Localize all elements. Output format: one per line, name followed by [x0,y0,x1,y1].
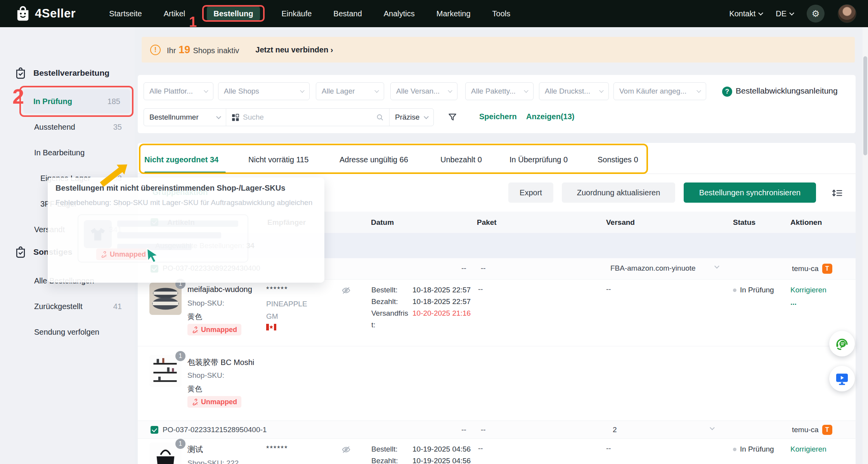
tab-nicht-zugeordnet[interactable]: Nicht zugeordnet 34 [144,148,218,172]
filters-panel: Alle Plattfor... Alle Shops Alle Lager A… [138,75,856,133]
tab-adresse-ungueltig[interactable]: Adresse ungültig 66 [340,148,408,172]
order-bag-icon [15,246,26,258]
product-image[interactable]: 1 [149,443,182,464]
col-versand: Versand [606,212,635,233]
grid-icon [232,114,239,121]
product-title[interactable]: 包装胶带 BC Moshi [187,357,254,368]
nav-marketing[interactable]: Marketing [437,9,471,18]
product-image[interactable]: 1 [149,355,182,387]
nav-bestand[interactable]: Bestand [333,9,362,18]
sidebar-item-in-bearbeitung[interactable]: In Bearbeitung [34,148,122,157]
unmapped-badge: Unmapped [187,396,241,408]
nav-einkaeufe[interactable]: Einkäufe [282,9,312,18]
product-title[interactable]: meifajiabc-wudong [187,285,252,294]
support-chat-button[interactable] [829,331,855,356]
sidebar-item-in-pruefung[interactable]: In Prüfung 185 [23,89,130,113]
reconnect-link[interactable]: Jetzt neu verbinden › [255,45,333,54]
headset-chat-icon [835,336,849,351]
status-badge: In Prüfung [733,286,774,294]
sidebar-section-bestellverarbeitung[interactable]: Bestellverarbeitung [15,67,109,79]
monitor-play-icon [835,371,849,386]
search-input[interactable] [243,113,372,122]
tab-in-ueberpruefung[interactable]: In Überprüfung 0 [509,148,568,172]
annotation-step-1: 1 [189,14,197,30]
status-dot [733,288,736,292]
sync-orders-button[interactable]: Bestellungen synchronisieren [684,182,816,203]
filter-versand-dropdown[interactable]: Alle Versan... [390,82,457,100]
sidebar-item-ausstehend[interactable]: Ausstehend35 [34,123,122,132]
filter-shops-dropdown[interactable]: Alle Shops [218,82,310,100]
chevron-down-icon[interactable] [714,264,719,269]
main-nav: Startseite Artikel Bestellung Einkäufe B… [109,5,510,22]
order-group-row: PO-037-02233121528950400-1 -- -- 2 temu-… [138,421,856,439]
broken-link-icon [192,399,198,405]
nav-bestellung-active[interactable]: Bestellung [207,6,260,21]
tab-nicht-vorraetig[interactable]: Nicht vorrätig 115 [248,148,308,172]
nav-artikel[interactable]: Artikel [164,9,185,18]
eye-off-icon[interactable] [341,445,351,454]
korrigieren-link[interactable]: Korrigieren [790,286,826,294]
nav-analytics[interactable]: Analytics [384,9,415,18]
search-field-selector[interactable]: Bestellnummer [144,109,226,126]
demo-product-placeholder [84,220,112,248]
korrigieren-link[interactable]: Korrigieren [790,445,826,454]
product-image[interactable]: 1 [149,283,182,315]
guide-link[interactable]: Bestellabwicklungsanleitung [736,86,838,96]
save-filter-link[interactable]: Speichern [479,112,517,121]
update-mapping-button[interactable]: Zuordnung aktualisieren [562,182,675,203]
export-button[interactable]: Export [508,182,553,203]
video-help-button[interactable] [829,366,855,391]
order-checkbox[interactable] [151,426,158,434]
order-bag-icon [15,67,26,79]
col-datum: Datum [371,212,394,233]
paket-value: -- [478,285,483,294]
top-navbar: 4Seller Startseite Artikel Bestellung Ei… [0,0,868,27]
filter-lager-dropdown[interactable]: Alle Lager [316,82,384,100]
group-paket: -- [481,426,486,434]
filter-funnel-icon[interactable] [447,112,457,122]
recipient-name: PINEAPPLE [266,300,307,308]
filter-pakettyp-dropdown[interactable]: Alle Paketty... [465,82,534,100]
language-menu[interactable]: DE [776,9,794,18]
nav-startseite[interactable]: Startseite [109,9,142,18]
settings-gear-icon[interactable]: ⚙ [807,5,825,23]
tab-sonstiges[interactable]: Sonstiges 0 [598,148,638,172]
sidebar-item-zurueckgestellt[interactable]: Zurückgestellt41 [34,302,122,311]
eye-off-icon[interactable] [341,286,351,295]
search-icon[interactable] [376,113,384,121]
order-dates: Bestellt:10-19-2025 04:56 Bezahlt:10-19-… [371,443,471,464]
user-avatar[interactable] [838,4,856,23]
filter-kaeufer-dropdown[interactable]: Vom Käufer angeg... [613,82,706,100]
scrollbar-thumb[interactable] [863,56,867,155]
chevron-down-icon [424,114,429,119]
help-question-icon[interactable]: ? [722,87,732,97]
search-group: Bestellnummer Präzise [144,108,434,126]
kontakt-menu[interactable]: Kontakt [729,9,762,18]
chevron-down-icon[interactable] [710,425,715,430]
broken-link-icon [100,251,107,258]
fulfillment-value: 2 [613,426,617,434]
search-mode-selector[interactable]: Präzise [389,109,433,126]
filter-druckstatus-dropdown[interactable]: Alle Druckst... [539,82,609,100]
more-actions-link[interactable]: ... [790,298,797,307]
status-dot [733,448,736,451]
sku-label: Shop-SKU: [187,299,224,308]
tab-unbezahlt[interactable]: Unbezahlt 0 [440,148,482,172]
show-results-link[interactable]: Anzeigen(13) [526,112,574,121]
recipient-masked: ****** [266,444,288,453]
annotation-step-2: 2 [12,84,24,108]
search-box [226,109,389,126]
col-status: Status [733,212,755,233]
filter-platform-dropdown[interactable]: Alle Plattfor... [144,82,213,100]
order-number[interactable]: PO-037-02233121528950400-1 [163,426,267,434]
page-scrollbar[interactable] [863,27,868,464]
product-title[interactable]: 测试 [187,444,203,455]
app-logo[interactable]: 4Seller [16,5,76,22]
order-item-row: 1 meifajiabc-wudong Shop-SKU: 黄色 Unmappe… [138,280,856,346]
row-density-icon[interactable] [832,187,843,199]
sidebar-item-sendung-verfolgen[interactable]: Sendung verfolgen [34,328,122,337]
tooltip-subtitle: Fehlerbehebung: Shop-SKU mit Lager-SKU f… [55,198,312,207]
nav-tools[interactable]: Tools [492,9,511,18]
count-badge: 185 [107,97,120,106]
fulfillment-selector[interactable]: FBA-amazon.com-yinuote [610,264,696,273]
